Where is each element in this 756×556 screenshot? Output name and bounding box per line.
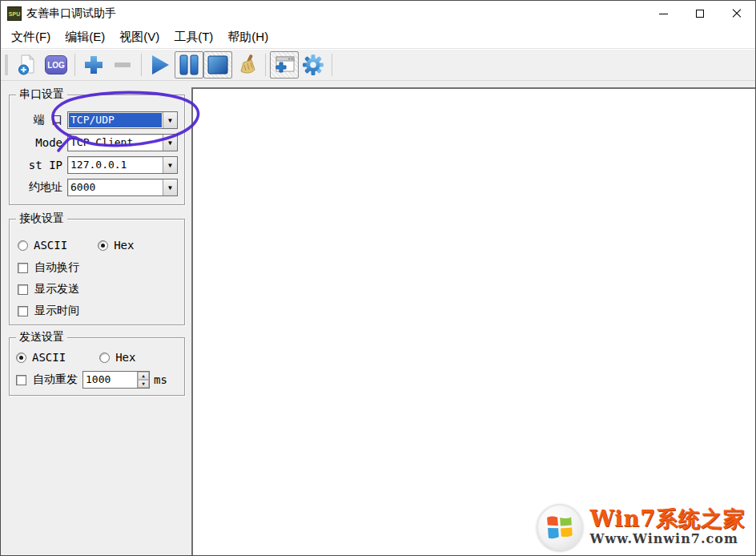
window-title: 友善串口调试助手 [26,6,116,21]
mode-label: Mode [16,136,62,149]
settings-button[interactable] [299,51,328,79]
show-send-row: 显示发送 [18,281,178,297]
toolbar-separator [74,54,75,76]
dest-port-value: 6000 [68,179,163,195]
mode-combobox[interactable]: TCP Client ▼ [67,134,178,151]
remove-button[interactable] [108,51,137,79]
toolbar-separator [265,54,266,76]
send-ascii-radio-label: ASCII [32,351,66,364]
add-button[interactable] [79,51,108,79]
app-icon: SPU [7,6,22,21]
menu-view[interactable]: 视图(V) [112,27,167,47]
send-format-row: ASCII Hex [16,349,178,365]
auto-newline-checkbox[interactable] [18,263,28,273]
watermark: Win7系统之家 Www.Winwin7.com [537,504,746,550]
toolbar-separator [332,54,332,76]
menu-tools[interactable]: 工具(T) [167,27,220,47]
close-button[interactable] [718,1,755,26]
broom-icon [235,54,258,76]
ascii-radio-label: ASCII [34,239,67,252]
watermark-url: Www.Winwin7.com [589,531,738,546]
ascii-radio[interactable] [18,240,28,251]
group-title: 串口设置 [16,87,67,102]
minimize-button[interactable] [645,1,682,26]
mode-row: Mode TCP Client ▼ [16,134,178,151]
show-send-label: 显示发送 [34,282,79,296]
auto-resend-row: 自动重发 1000 ▲ ▼ ms [16,370,178,389]
log-icon: LOG [45,55,67,75]
dest-ip-value: 127.0.0.1 [68,157,163,173]
chevron-down-icon[interactable]: ▼ [163,135,177,151]
dest-ip-combobox[interactable]: 127.0.0.1 ▼ [67,156,178,174]
auto-resend-checkbox[interactable] [16,375,26,385]
ms-unit-label: ms [154,373,167,386]
receive-format-row: ASCII Hex [18,237,178,253]
send-ascii-radio[interactable] [16,353,26,363]
spin-up-icon[interactable]: ▲ [138,372,149,380]
app-window: SPU 友善串口调试助手 文件(F) 编辑(E) 视图(V) 工具(T) 帮助(… [0,0,756,556]
clear-button[interactable] [232,51,261,79]
port-row: 端 口 TCP/UDP ▼ [16,111,178,129]
maximize-icon [696,10,704,18]
minus-icon [112,54,133,75]
toggle-panel-button[interactable] [270,51,299,79]
maximize-button[interactable] [682,1,718,26]
send-settings-group: 发送设置 ASCII Hex 自动重发 1000 ▲ ▼ [9,337,185,396]
chevron-down-icon[interactable]: ▼ [163,157,177,173]
menu-edit[interactable]: 编辑(E) [58,27,112,47]
group-title: 发送设置 [16,330,67,344]
title-bar: SPU 友善串口调试助手 [1,1,755,26]
stop-button[interactable] [203,51,232,79]
auto-resend-label: 自动重发 [33,373,78,387]
port-combobox[interactable]: TCP/UDP ▼ [67,111,178,129]
plus-icon [83,54,104,75]
spin-down-icon[interactable]: ▼ [138,380,149,388]
pause-button[interactable] [175,51,203,79]
send-hex-radio-label: Hex [115,351,135,364]
dest-ip-label: st IP [16,159,62,171]
serial-settings-group: 串口设置 端 口 TCP/UDP ▼ Mode TCP Client ▼ [9,95,185,205]
resend-interval-value: 1000 [83,372,137,388]
content-area: 串口设置 端 口 TCP/UDP ▼ Mode TCP Client ▼ [1,81,755,555]
start-button[interactable] [146,51,175,79]
stop-icon [207,54,229,76]
hex-radio-label: Hex [114,239,134,252]
dest-port-label: 约地址 [16,180,62,195]
group-title: 接收设置 [16,212,67,226]
dest-port-combobox[interactable]: 6000 ▼ [67,179,178,196]
settings-panel: 串口设置 端 口 TCP/UDP ▼ Mode TCP Client ▼ [1,81,191,555]
toolbar-gripper[interactable] [5,54,8,75]
pause-icon [179,54,199,76]
windows-logo-icon [537,504,583,550]
mode-value: TCP Client [68,135,163,151]
menu-help[interactable]: 帮助(H) [220,27,275,47]
new-file-icon [16,54,38,76]
resend-interval-spinner[interactable]: 1000 ▲ ▼ [82,371,150,389]
toolbar-separator [141,54,142,76]
new-log-file-button[interactable] [13,51,42,79]
auto-newline-row: 自动换行 [18,260,178,276]
hex-radio[interactable] [98,240,108,251]
play-icon [149,54,171,76]
menu-file[interactable]: 文件(F) [4,27,58,47]
show-send-checkbox[interactable] [18,284,28,295]
watermark-title: Win7系统之家 [589,508,746,530]
auto-newline-label: 自动换行 [34,260,79,275]
toolbar: LOG [1,50,755,81]
minimize-icon [659,14,668,14]
port-value: TCP/UDP [69,113,162,127]
show-time-label: 显示时间 [34,304,79,318]
port-label: 端 口 [16,113,62,127]
log-button[interactable]: LOG [42,51,70,79]
show-time-checkbox[interactable] [18,306,28,316]
panel-icon [273,54,296,75]
receive-settings-group: 接收设置 ASCII Hex 自动换行 显示发送 [9,219,185,325]
chevron-down-icon[interactable]: ▼ [163,112,177,128]
session-view[interactable] [191,87,755,555]
chevron-down-icon[interactable]: ▼ [163,179,177,195]
show-time-row: 显示时间 [18,303,178,319]
dest-ip-row: st IP 127.0.0.1 ▼ [16,156,178,174]
gear-icon [302,54,324,76]
send-hex-radio[interactable] [99,353,110,363]
close-icon [732,9,742,18]
